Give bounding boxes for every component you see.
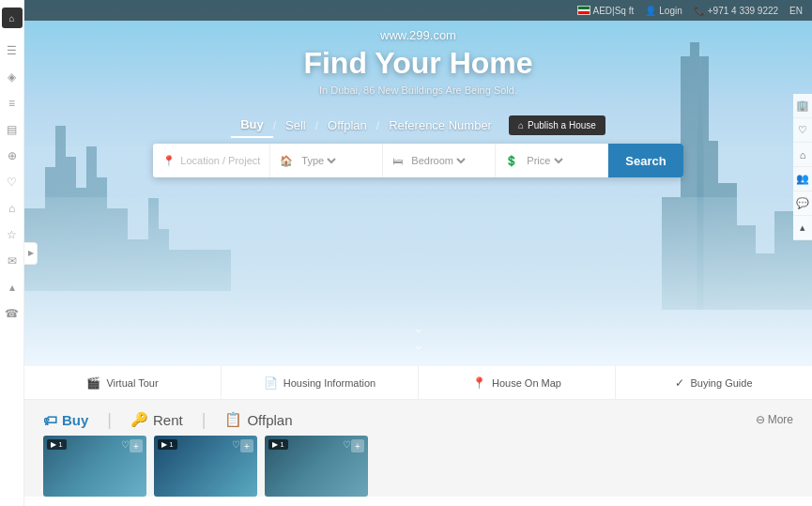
grid-icon[interactable]: ▤ — [4, 121, 21, 138]
right-icon-people[interactable]: 👥 — [793, 167, 812, 192]
tab-reference-number[interactable]: Reference Number — [379, 114, 501, 137]
search-tabs: Buy / Sell / Offplan / Reference Number … — [231, 113, 605, 138]
buying-guide-nav[interactable]: ✓ Buying Guide — [616, 366, 812, 399]
bedroom-field[interactable]: 🛏 Bedroom — [383, 144, 496, 177]
more-label: More — [768, 413, 793, 426]
house-on-map-label: House On Map — [492, 377, 561, 389]
language-selector[interactable]: EN — [789, 6, 803, 16]
login-button[interactable]: 👤 Login — [645, 6, 682, 16]
right-icon-home[interactable]: ⌂ — [793, 143, 812, 167]
property-card-2[interactable]: ▶ 1 ♡ + — [154, 436, 257, 497]
card-3-badge: ▶ 1 — [268, 439, 288, 450]
tab-buy[interactable]: Buy — [231, 113, 273, 138]
menu-icon[interactable]: ☰ — [4, 42, 21, 59]
phone-number[interactable]: 📞 +971 4 339 9222 — [694, 6, 778, 16]
house-on-map-nav[interactable]: 📍 House On Map — [419, 366, 616, 399]
card-2-badge: ▶ 1 — [158, 439, 177, 450]
hero-url: www.299.com — [380, 28, 456, 42]
search-button[interactable]: Search — [608, 144, 682, 177]
type-icon: 🏠 — [280, 155, 293, 167]
upload-icon[interactable]: ▴ — [4, 279, 21, 296]
prop-tab-offplan-label: Offplan — [247, 412, 292, 428]
prop-tab-offplan[interactable]: 📋 Offplan — [224, 409, 292, 430]
housing-info-nav[interactable]: 📄 Housing Information — [222, 366, 419, 399]
offplan-doc-icon: 📋 — [224, 411, 242, 428]
more-link[interactable]: ⊖ More — [756, 413, 793, 426]
price-select[interactable]: Price — [523, 154, 566, 167]
plus-circle-icon[interactable]: ⊕ — [4, 147, 21, 164]
right-icon-chat[interactable]: 💬 — [793, 192, 812, 216]
right-icon-heart[interactable]: ♡ — [793, 118, 812, 143]
virtual-tour-icon: 🎬 — [86, 376, 100, 390]
location-icon: 📍 — [162, 155, 176, 167]
housing-info-icon: 📄 — [264, 376, 278, 390]
tab-offplan[interactable]: Offplan — [318, 114, 376, 137]
card-2-plus[interactable]: + — [240, 439, 253, 452]
uae-flag — [577, 6, 590, 15]
type-field[interactable]: 🏠 Type — [270, 144, 383, 177]
properties-section: 🏷 Buy | 🔑 Rent | 📋 Offplan ⊖ More ▶ 1 ♡ … — [24, 400, 812, 497]
bedroom-select[interactable]: Bedroom — [407, 154, 468, 167]
price-field[interactable]: 💲 Price — [496, 144, 608, 177]
bedroom-icon: 🛏 — [392, 155, 403, 166]
list-icon[interactable]: ≡ — [4, 95, 21, 112]
card-1-plus[interactable]: + — [130, 439, 143, 452]
card-3-plus[interactable]: + — [351, 439, 364, 452]
home-publish-icon: ⌂ — [518, 120, 524, 130]
chevron-down-1: ⌄ — [413, 320, 424, 335]
buying-guide-label: Buying Guide — [690, 377, 752, 389]
right-icon-building[interactable]: 🏢 — [793, 94, 812, 118]
prop-tab-buy[interactable]: 🏷 Buy — [43, 410, 88, 430]
sidebar: ⌂ ☰ ◈ ≡ ▤ ⊕ ♡ ⌂ ☆ ✉ ▴ ☎ — [0, 0, 24, 506]
diamond-icon[interactable]: ◈ — [4, 69, 21, 85]
virtual-tour-nav[interactable]: 🎬 Virtual Tour — [24, 366, 222, 399]
card-1-badge: ▶ 1 — [47, 439, 67, 450]
tab-sell[interactable]: Sell — [276, 114, 315, 137]
buy-tag-icon: 🏷 — [43, 412, 57, 428]
card-2-heart[interactable]: ♡ — [232, 439, 240, 450]
home-icon[interactable]: ⌂ — [4, 200, 21, 217]
hero-content: www.299.com Find Your Home In Dubai, 86 … — [24, 28, 812, 177]
right-icon-arrow[interactable]: ▴ — [793, 216, 812, 240]
location-placeholder: Location / Project — [180, 155, 260, 166]
chevron-down-2: ⌄ — [413, 337, 424, 352]
hero-section: www.299.com Find Your Home In Dubai, 86 … — [24, 0, 812, 366]
rent-key-icon: 🔑 — [130, 411, 148, 428]
prop-tab-buy-label: Buy — [62, 412, 88, 428]
virtual-tour-label: Virtual Tour — [106, 377, 158, 389]
user-icon: 👤 — [645, 6, 656, 16]
more-circle-icon: ⊖ — [756, 413, 765, 426]
property-cards: ▶ 1 ♡ + ▶ 1 ♡ + ▶ 1 ♡ + — [24, 436, 812, 497]
phone-icon[interactable]: ☎ — [4, 305, 21, 322]
publish-button[interactable]: ⌂ Publish a House — [509, 115, 605, 135]
prop-tab-rent[interactable]: 🔑 Rent — [130, 409, 183, 430]
property-tabs: 🏷 Buy | 🔑 Rent | 📋 Offplan ⊖ More — [24, 400, 812, 436]
prop-tab-sep-1: | — [107, 410, 112, 430]
scroll-indicator: ⌄ ⌄ — [413, 320, 424, 352]
right-sidebar: 🏢 ♡ ⌂ 👥 💬 ▴ — [793, 94, 812, 240]
mail-icon[interactable]: ✉ — [4, 253, 21, 269]
logo-icon[interactable]: ⌂ — [2, 8, 23, 28]
hero-subtitle: In Dubai, 86 New Buildings Are Being Sol… — [319, 84, 517, 96]
prop-tab-sep-2: | — [202, 410, 207, 430]
heart-icon[interactable]: ♡ — [4, 174, 21, 191]
bottom-nav: 🎬 Virtual Tour 📄 Housing Information 📍 H… — [24, 366, 812, 400]
phone-icon-top: 📞 — [694, 6, 705, 16]
property-card-1[interactable]: ▶ 1 ♡ + — [43, 436, 146, 497]
price-icon: 💲 — [505, 155, 518, 167]
currency-selector[interactable]: AED|Sq ft — [577, 6, 635, 16]
buying-guide-icon: ✓ — [675, 376, 684, 390]
location-field[interactable]: 📍 Location / Project — [153, 144, 270, 177]
card-1-heart[interactable]: ♡ — [121, 439, 130, 450]
map-icon: 📍 — [472, 376, 486, 390]
search-bar: 📍 Location / Project 🏠 Type 🛏 Bedroom 💲 … — [153, 144, 682, 177]
hero-title: Find Your Home — [303, 46, 532, 81]
card-3-heart[interactable]: ♡ — [343, 439, 351, 450]
top-bar: AED|Sq ft 👤 Login 📞 +971 4 339 9222 EN — [24, 0, 812, 21]
star-icon[interactable]: ☆ — [4, 226, 21, 243]
property-card-3[interactable]: ▶ 1 ♡ + — [265, 436, 368, 497]
currency-label: AED|Sq ft — [593, 6, 635, 16]
sidebar-expand-arrow[interactable]: ▶ — [24, 242, 38, 265]
type-select[interactable]: Type — [298, 154, 339, 167]
prop-tab-rent-label: Rent — [153, 412, 183, 428]
